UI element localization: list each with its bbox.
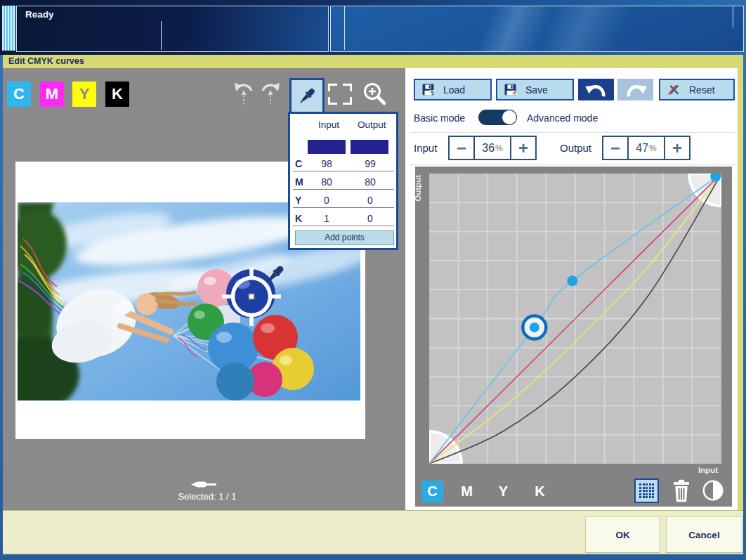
popup-input-header: Input xyxy=(318,119,339,130)
row-c-input: 98 xyxy=(311,158,342,169)
eyedropper-icon xyxy=(297,86,317,106)
curve-tab-m[interactable]: M xyxy=(456,481,478,502)
mode-toggle[interactable] xyxy=(478,110,517,125)
row-c-output: 99 xyxy=(355,158,386,169)
zoom-tool-button[interactable] xyxy=(360,79,389,109)
output-decrement-button[interactable]: − xyxy=(603,137,629,159)
selected-count-text: Selected: 1 / 1 xyxy=(155,491,260,502)
grid-snap-button[interactable] xyxy=(634,478,659,503)
picker-indicator-icon xyxy=(191,480,219,489)
rotate-left-icon xyxy=(233,82,254,107)
x-axis-label: Input xyxy=(676,466,718,474)
output-value[interactable]: 47% xyxy=(629,137,664,159)
output-increment-button[interactable]: + xyxy=(664,137,689,159)
grid-icon xyxy=(639,483,654,498)
curve-tab-k[interactable]: K xyxy=(529,481,551,502)
channel-swatch-y[interactable]: Y xyxy=(72,82,96,107)
redo-icon xyxy=(624,81,647,99)
reset-label: Reset xyxy=(689,84,715,96)
channel-swatch-c[interactable]: C xyxy=(7,82,31,107)
save-floppy-icon xyxy=(504,84,517,96)
basic-mode-label: Basic mode xyxy=(414,112,465,124)
row-y-output: 0 xyxy=(355,195,386,206)
row-m-output: 80 xyxy=(355,176,386,188)
dialog-title-bar: Edit CMYK curves xyxy=(3,55,743,68)
secondary-status-panel xyxy=(330,6,744,52)
load-button[interactable]: Load xyxy=(414,79,492,100)
color-picker-crosshair[interactable] xyxy=(221,266,286,328)
row-m-label: M xyxy=(295,176,306,188)
output-color-swatch xyxy=(351,140,388,154)
advanced-mode-label: Advanced mode xyxy=(527,112,598,124)
row-y-input: 0 xyxy=(311,195,342,206)
channel-swatch-k[interactable]: K xyxy=(105,82,129,107)
magnifier-plus-icon xyxy=(361,81,388,108)
rotate-right-button[interactable] xyxy=(259,80,282,108)
add-points-button[interactable]: Add points xyxy=(295,230,394,245)
curve-tab-c[interactable]: C xyxy=(421,481,443,502)
popup-output-header: Output xyxy=(358,119,386,130)
rotate-left-button[interactable] xyxy=(232,80,256,108)
save-label: Save xyxy=(525,84,548,96)
curve-plot-area[interactable] xyxy=(429,174,721,464)
y-axis-label: Output xyxy=(414,175,422,202)
load-label: Load xyxy=(443,84,465,96)
curve-tab-y[interactable]: Y xyxy=(492,481,514,502)
status-panel-divider xyxy=(161,21,162,50)
row-k-input: 1 xyxy=(311,213,342,224)
save-button[interactable]: Save xyxy=(496,79,574,100)
edit-cmyk-curves-dialog: Ready Edit CMYK curves C M Y K xyxy=(0,0,746,560)
reset-button[interactable]: Reset xyxy=(659,79,735,100)
invert-curve-button[interactable] xyxy=(702,479,724,502)
rotate-right-icon xyxy=(260,82,281,107)
marquee-select-button[interactable] xyxy=(328,84,352,105)
marquee-icon xyxy=(328,84,337,91)
undo-button[interactable] xyxy=(578,79,614,100)
ok-button[interactable]: OK xyxy=(585,516,660,553)
picked-color-popup: Input Output C 98 99 M 80 80 Y 0 0 K 1 0… xyxy=(288,112,398,250)
reset-icon xyxy=(667,83,681,96)
top-status-bar: Ready xyxy=(0,0,746,55)
row-c-label: C xyxy=(295,158,306,169)
input-color-swatch xyxy=(308,140,346,154)
load-floppy-icon xyxy=(422,84,435,96)
input-increment-button[interactable]: + xyxy=(510,137,535,159)
trash-icon xyxy=(671,478,692,503)
status-panel: Ready xyxy=(16,6,329,52)
redo-button[interactable] xyxy=(617,79,653,100)
row-k-output: 0 xyxy=(355,213,386,224)
input-stepper-label: Input xyxy=(414,142,437,154)
toggle-knob xyxy=(502,110,516,124)
output-stepper: − 47% + xyxy=(602,136,691,160)
delete-point-button[interactable] xyxy=(671,478,692,503)
eyedropper-tool-button[interactable] xyxy=(289,78,325,115)
right-border-strip xyxy=(738,68,743,510)
input-value[interactable]: 36% xyxy=(475,137,510,159)
undo-icon xyxy=(585,81,608,99)
secondary-panel-divider xyxy=(344,6,345,50)
row-y-label: Y xyxy=(295,195,306,206)
status-text: Ready xyxy=(25,9,54,20)
status-stripe-decoration xyxy=(2,6,15,51)
dialog-title: Edit CMYK curves xyxy=(8,56,84,66)
input-decrement-button[interactable]: − xyxy=(450,137,475,159)
input-stepper: − 36% + xyxy=(448,136,537,160)
secondary-panel-divider-right xyxy=(733,6,733,27)
channel-swatch-m[interactable]: M xyxy=(40,82,64,107)
eyedropper-cursor-icon xyxy=(265,266,285,285)
contrast-icon xyxy=(702,479,724,502)
dialog-footer: OK Cancel xyxy=(3,510,743,554)
row-m-input: 80 xyxy=(311,176,342,188)
cancel-button[interactable]: Cancel xyxy=(666,516,742,553)
output-stepper-label: Output xyxy=(560,142,591,154)
row-k-label: K xyxy=(295,213,306,224)
